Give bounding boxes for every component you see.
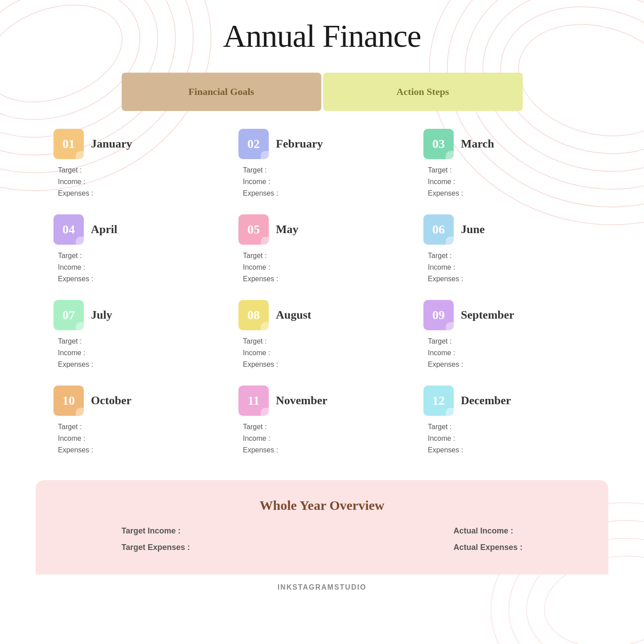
- field-expenses-01: Expenses :: [58, 189, 221, 197]
- field-expenses-02: Expenses :: [243, 189, 406, 197]
- month-name-02: February: [276, 137, 323, 151]
- overview-title: Whole Year Overview: [71, 498, 573, 513]
- page-title: Annual Finance: [53, 18, 591, 55]
- month-number-07: 07: [53, 300, 84, 330]
- month-number-02: 02: [238, 129, 269, 159]
- field-target-06: Target :: [428, 252, 591, 260]
- field-income-03: Income :: [428, 178, 591, 186]
- overview-left-col: Target Income :Target Expenses :: [122, 526, 190, 552]
- month-number-10: 10: [53, 386, 84, 416]
- month-name-11: November: [276, 394, 328, 407]
- field-expenses-06: Expenses :: [428, 275, 591, 283]
- month-card-04: 04AprilTarget :Income :Expenses :: [53, 214, 221, 287]
- financial-goals-label: Financial Goals: [189, 86, 254, 97]
- footer-credit: INKSTAGRAMSTUDIO: [53, 583, 591, 591]
- month-card-02: 02FebruaryTarget :Income :Expenses :: [238, 129, 406, 201]
- month-name-04: April: [91, 223, 117, 236]
- overview-section: Whole Year Overview Target Income :Targe…: [36, 480, 608, 574]
- field-expenses-05: Expenses :: [243, 275, 406, 283]
- month-card-09: 09SeptemberTarget :Income :Expenses :: [423, 300, 591, 372]
- month-number-12: 12: [423, 386, 454, 416]
- field-target-09: Target :: [428, 337, 591, 345]
- field-expenses-11: Expenses :: [243, 446, 406, 454]
- month-name-07: July: [91, 308, 112, 322]
- field-expenses-07: Expenses :: [58, 361, 221, 369]
- field-target-08: Target :: [243, 337, 406, 345]
- field-expenses-03: Expenses :: [428, 189, 591, 197]
- month-number-04: 04: [53, 214, 84, 245]
- month-name-03: March: [461, 137, 494, 151]
- field-target-04: Target :: [58, 252, 221, 260]
- field-target-12: Target :: [428, 423, 591, 431]
- field-income-06: Income :: [428, 263, 591, 271]
- field-target-05: Target :: [243, 252, 406, 260]
- field-target-02: Target :: [243, 166, 406, 174]
- month-card-12: 12DecemberTarget :Income :Expenses :: [423, 386, 591, 458]
- action-steps-header: Action Steps: [323, 73, 523, 111]
- field-income-10: Income :: [58, 435, 221, 443]
- month-name-01: January: [91, 137, 132, 151]
- month-number-09: 09: [423, 300, 454, 330]
- month-card-10: 10OctoberTarget :Income :Expenses :: [53, 386, 221, 458]
- field-income-08: Income :: [243, 349, 406, 357]
- field-income-02: Income :: [243, 178, 406, 186]
- month-card-11: 11NovemberTarget :Income :Expenses :: [238, 386, 406, 458]
- field-target-07: Target :: [58, 337, 221, 345]
- field-expenses-08: Expenses :: [243, 361, 406, 369]
- month-number-06: 06: [423, 214, 454, 245]
- field-target-03: Target :: [428, 166, 591, 174]
- overview-fields: Target Income :Target Expenses : Actual …: [122, 526, 523, 552]
- header-boxes: Financial Goals Action Steps: [122, 73, 523, 111]
- action-steps-label: Action Steps: [397, 86, 449, 97]
- month-name-05: May: [276, 223, 299, 236]
- month-card-08: 08AugustTarget :Income :Expenses :: [238, 300, 406, 372]
- field-income-01: Income :: [58, 178, 221, 186]
- month-number-01: 01: [53, 129, 84, 159]
- month-number-08: 08: [238, 300, 269, 330]
- overview-field-actualexpenses: Actual Expenses :: [453, 543, 522, 552]
- field-expenses-10: Expenses :: [58, 446, 221, 454]
- month-name-09: September: [461, 308, 514, 322]
- field-target-11: Target :: [243, 423, 406, 431]
- field-target-10: Target :: [58, 423, 221, 431]
- field-expenses-09: Expenses :: [428, 361, 591, 369]
- field-income-04: Income :: [58, 263, 221, 271]
- field-income-12: Income :: [428, 435, 591, 443]
- month-card-03: 03MarchTarget :Income :Expenses :: [423, 129, 591, 201]
- field-expenses-04: Expenses :: [58, 275, 221, 283]
- overview-field-targetexpenses: Target Expenses :: [122, 543, 190, 552]
- month-name-06: June: [461, 223, 484, 236]
- overview-field-actualincome: Actual Income :: [453, 526, 522, 536]
- overview-field-targetincome: Target Income :: [122, 526, 190, 536]
- month-card-05: 05MayTarget :Income :Expenses :: [238, 214, 406, 287]
- month-name-08: August: [276, 308, 311, 322]
- month-number-05: 05: [238, 214, 269, 245]
- field-expenses-12: Expenses :: [428, 446, 591, 454]
- month-card-01: 01JanuaryTarget :Income :Expenses :: [53, 129, 221, 201]
- month-name-10: October: [91, 394, 131, 407]
- financial-goals-header: Financial Goals: [122, 73, 321, 111]
- month-number-11: 11: [238, 386, 269, 416]
- field-income-09: Income :: [428, 349, 591, 357]
- month-card-07: 07JulyTarget :Income :Expenses :: [53, 300, 221, 372]
- months-grid: 01JanuaryTarget :Income :Expenses :02Feb…: [53, 129, 591, 458]
- field-target-01: Target :: [58, 166, 221, 174]
- field-income-07: Income :: [58, 349, 221, 357]
- field-income-11: Income :: [243, 435, 406, 443]
- month-name-12: December: [461, 394, 511, 407]
- field-income-05: Income :: [243, 263, 406, 271]
- overview-right-col: Actual Income :Actual Expenses :: [453, 526, 522, 552]
- month-card-06: 06JuneTarget :Income :Expenses :: [423, 214, 591, 287]
- month-number-03: 03: [423, 129, 454, 159]
